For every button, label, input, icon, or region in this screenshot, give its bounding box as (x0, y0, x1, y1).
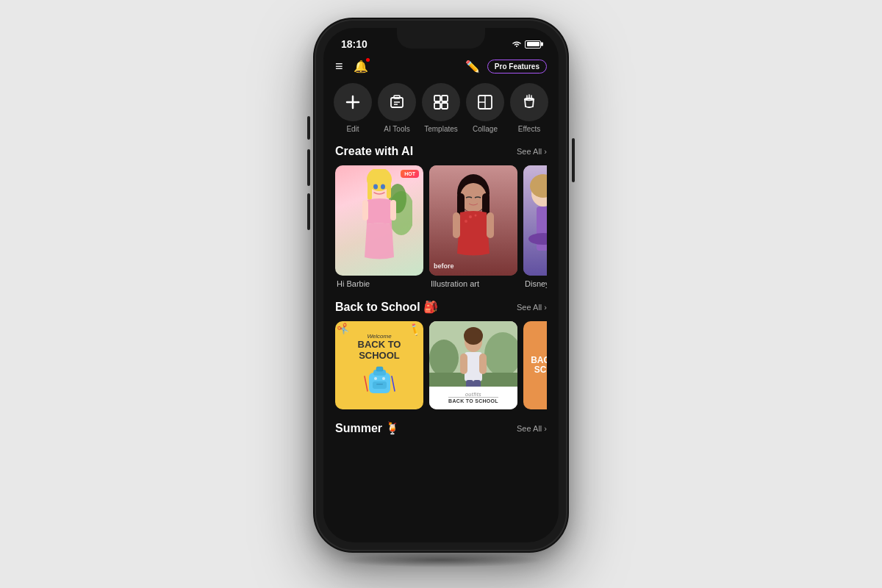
back-to-school-header: Back to School 🎒 See All › (335, 300, 547, 314)
barbie-card-image: HOT (335, 165, 423, 276)
backpack-icon (363, 365, 396, 398)
svg-rect-32 (453, 212, 460, 238)
illustration-card-label: Illustration art (429, 279, 517, 288)
effects-icon-circle (510, 83, 548, 121)
hot-badge: HOT (401, 170, 419, 178)
tool-edit[interactable]: Edit (334, 83, 372, 133)
barbie-card-label: Hi Barbie (335, 279, 423, 288)
tool-effects-label: Effects (518, 125, 540, 133)
svg-point-20 (373, 184, 378, 190)
tool-ai-label: AI Tools (384, 125, 409, 133)
tool-effects[interactable]: Effects (510, 83, 548, 133)
ai-tools-icon-circle (378, 83, 416, 121)
phone-frame: 18:10 (316, 21, 566, 550)
svg-line-47 (392, 376, 395, 391)
wifi-icon (512, 40, 522, 48)
card-illustration-art[interactable]: before Illustration art (429, 165, 517, 288)
summer-see-all[interactable]: See All › (517, 424, 547, 433)
templates-icon-circle (422, 83, 460, 121)
pencil-deco: ✏️ (408, 322, 423, 337)
backpack-svg (363, 365, 396, 395)
school1-card-image: ✂️ ✏️ Welcome BACK TOSCHOOL (335, 321, 423, 409)
illustration-card-image: before (429, 165, 517, 276)
create-with-ai-see-all[interactable]: See All › (517, 147, 547, 156)
phone-notch (397, 28, 485, 49)
back-to-school-cards: ✂️ ✏️ Welcome BACK TOSCHOOL (335, 321, 547, 409)
back-to-school-see-all[interactable]: See All › (517, 303, 547, 312)
tool-edit-label: Edit (346, 125, 359, 133)
tool-ai-tools[interactable]: AI Tools (378, 83, 416, 133)
notification-dot (366, 58, 370, 62)
header-left: ≡ 🔔 (335, 59, 368, 74)
card-school1[interactable]: ✂️ ✏️ Welcome BACK TOSCHOOL (335, 321, 423, 409)
create-with-ai-header: Create with AI See All › (335, 145, 547, 158)
svg-rect-43 (376, 384, 383, 385)
effects-icon (520, 93, 538, 111)
card-disney[interactable]: Disney P (523, 165, 547, 288)
card-school3[interactable]: BACKSCH (523, 321, 547, 409)
back-to-school-title: Back to School 🎒 (335, 300, 438, 314)
create-with-ai-title: Create with AI (335, 145, 413, 158)
outfits-text: outfits (465, 392, 481, 397)
tool-templates-label: Templates (424, 125, 458, 133)
back-to-school-label: BACK TO SCHOOL (448, 397, 498, 404)
status-time: 18:10 (341, 38, 368, 50)
school2-photo-area (429, 321, 517, 390)
pencil-icon[interactable]: ✏️ (465, 60, 480, 74)
school2-bg: outfits BACK TO SCHOOL (429, 321, 517, 409)
app-header: ≡ 🔔 ✏️ Pro Features (323, 56, 559, 80)
bell-icon[interactable]: 🔔 (354, 60, 368, 74)
card-hi-barbie[interactable]: HOT (335, 165, 423, 288)
summer-header: Summer 🍹 See All › (335, 421, 547, 435)
summer-title: Summer 🍹 (335, 421, 400, 435)
collage-icon-circle (466, 83, 504, 121)
school2-photo-svg (429, 321, 517, 390)
card-school2[interactable]: outfits BACK TO SCHOOL (429, 321, 517, 409)
illus-bg: before (429, 165, 517, 276)
create-with-ai-cards: HOT (335, 165, 547, 288)
phone-screen: 18:10 (323, 28, 559, 542)
svg-rect-18 (368, 179, 372, 200)
svg-point-45 (382, 377, 385, 380)
svg-rect-6 (434, 96, 440, 101)
barbie-figure-svg (346, 169, 412, 272)
svg-point-49 (429, 340, 459, 376)
create-with-ai-section: Create with AI See All › HOT (323, 136, 559, 291)
svg-rect-23 (390, 200, 396, 220)
svg-rect-22 (362, 200, 368, 220)
school3-text: BACKSCH (531, 356, 547, 375)
plus-icon (345, 94, 361, 110)
main-scroll-content[interactable]: Create with AI See All › HOT (323, 136, 559, 528)
collage-icon (476, 93, 494, 111)
battery-indicator (525, 40, 541, 49)
disney-card-image (523, 165, 547, 276)
school1-text: Welcome BACK TOSCHOOL (358, 333, 401, 361)
school2-card-image: outfits BACK TO SCHOOL (429, 321, 517, 409)
edit-icon-circle (334, 83, 372, 121)
back-to-school-section: Back to School 🎒 See All › ✂️ ✏️ (323, 291, 559, 412)
svg-rect-19 (387, 179, 391, 198)
pro-features-button[interactable]: Pro Features (487, 60, 547, 74)
svg-rect-42 (373, 381, 387, 389)
svg-rect-55 (479, 354, 487, 374)
tool-templates[interactable]: Templates (422, 83, 460, 133)
svg-line-46 (365, 376, 368, 391)
svg-point-30 (475, 215, 477, 217)
svg-point-21 (381, 184, 385, 190)
svg-point-44 (374, 377, 377, 380)
templates-icon (432, 93, 450, 111)
school2-text-area: outfits BACK TO SCHOOL (429, 387, 517, 409)
scissors-deco: ✂️ (337, 322, 351, 337)
svg-point-58 (464, 327, 483, 345)
tool-collage[interactable]: Collage (466, 83, 504, 133)
header-right: ✏️ Pro Features (465, 60, 547, 74)
svg-point-29 (469, 215, 472, 218)
school3-bg: BACKSCH (523, 321, 547, 409)
svg-rect-3 (394, 96, 400, 98)
summer-section: Summer 🍹 See All › (323, 412, 559, 445)
menu-icon[interactable]: ≡ (335, 59, 343, 74)
ai-tools-icon (388, 93, 406, 111)
svg-rect-54 (460, 354, 467, 374)
svg-rect-9 (442, 103, 448, 109)
disney-bg (523, 165, 547, 276)
